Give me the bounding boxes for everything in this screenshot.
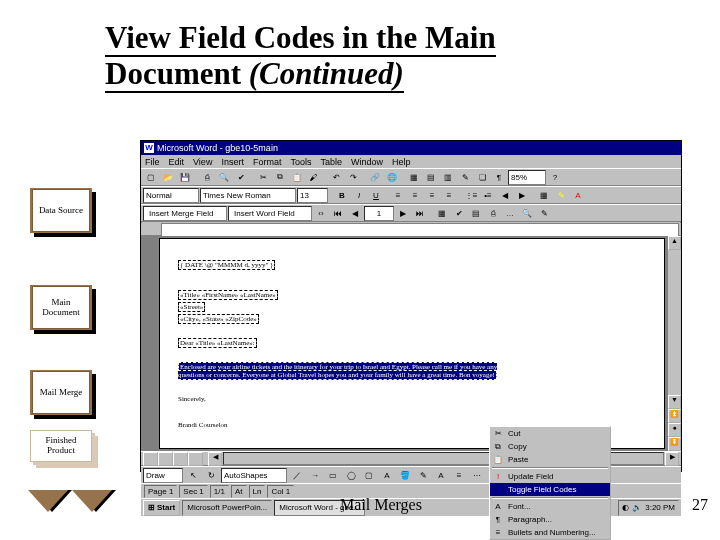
last-record-icon[interactable]: ⏭ [412,206,428,221]
rotate-icon[interactable]: ↻ [203,468,219,483]
draw-menu[interactable]: Draw [143,468,183,483]
context-toggle-field-codes[interactable]: Toggle Field Codes [490,483,610,496]
open-icon[interactable]: 📂 [160,170,176,185]
context-paragraph[interactable]: ¶Paragraph... [490,513,610,526]
nav-arrow-2[interactable] [72,490,112,512]
web-toolbar-icon[interactable]: 🌐 [384,170,400,185]
merge-print-icon[interactable]: ⎙ [485,206,501,221]
dash-style-icon[interactable]: ⋯ [469,468,485,483]
align-left-icon[interactable]: ≡ [390,188,406,203]
merge-new-doc-icon[interactable]: ▤ [468,206,484,221]
justify-icon[interactable]: ≡ [441,188,457,203]
numbering-icon[interactable]: ⋮≡ [463,188,479,203]
new-icon[interactable]: ▢ [143,170,159,185]
undo-icon[interactable]: ↶ [328,170,344,185]
outdent-icon[interactable]: ◀ [497,188,513,203]
docmap-icon[interactable]: ❏ [474,170,490,185]
menu-help[interactable]: Help [392,157,411,167]
merge-dialog-icon[interactable]: … [502,206,518,221]
prev-record-icon[interactable]: ◀ [347,206,363,221]
insert-word-field-button[interactable]: Insert Word Field [228,206,312,221]
align-right-icon[interactable]: ≡ [424,188,440,203]
browse-object-icon[interactable]: ● [668,423,681,437]
bold-icon[interactable]: B [334,188,350,203]
context-font[interactable]: AFont... [490,500,610,513]
line-style-icon[interactable]: ≡ [451,468,467,483]
menu-file[interactable]: File [145,157,160,167]
font-color-icon-2[interactable]: A [433,468,449,483]
bullets-icon[interactable]: •≡ [480,188,496,203]
fill-color-icon[interactable]: 🪣 [397,468,413,483]
tables-icon[interactable]: ▦ [406,170,422,185]
next-page-icon[interactable]: ⏬ [668,437,681,451]
textbox-icon[interactable]: ▢ [361,468,377,483]
taskbar-powerpoint[interactable]: Microsoft PowerPoin... [182,500,272,516]
copy-icon[interactable]: ⧉ [272,170,288,185]
scroll-down-icon[interactable]: ▼ [668,395,681,409]
borders-icon[interactable]: ▦ [536,188,552,203]
menu-insert[interactable]: Insert [221,157,244,167]
autoshapes-menu[interactable]: AutoShapes [221,468,287,483]
edit-datasource-icon[interactable]: ✎ [536,206,552,221]
oval-icon[interactable]: ◯ [343,468,359,483]
main-document-button[interactable]: Main Document [30,285,92,330]
menu-format[interactable]: Format [253,157,282,167]
normal-view-icon[interactable] [143,452,158,466]
help-icon[interactable]: ? [547,170,563,185]
save-icon[interactable]: 💾 [177,170,193,185]
wordart-icon[interactable]: A [379,468,395,483]
columns-icon[interactable]: ▥ [440,170,456,185]
tray-icon-2[interactable]: 🔊 [632,503,642,512]
context-copy[interactable]: ⧉Copy [490,440,610,453]
next-record-icon[interactable]: ▶ [395,206,411,221]
check-errors-icon[interactable]: ✔ [451,206,467,221]
nav-arrow-1[interactable] [28,490,68,512]
tray-icon-1[interactable]: ◐ [622,503,629,512]
font-combo[interactable]: Times New Roman [200,188,296,203]
prev-page-icon[interactable]: ⏫ [668,409,681,423]
context-cut[interactable]: ✂Cut [490,427,610,440]
first-record-icon[interactable]: ⏮ [330,206,346,221]
arrow-icon[interactable]: → [307,468,323,483]
context-paste[interactable]: 📋Paste [490,453,610,466]
cut-icon[interactable]: ✂ [255,170,271,185]
context-bullets[interactable]: ≡Bullets and Numbering... [490,526,610,539]
context-update-field[interactable]: !Update Field [490,470,610,483]
finished-product-button[interactable]: Finished Product [30,430,92,462]
menu-edit[interactable]: Edit [169,157,185,167]
scroll-up-icon[interactable]: ▲ [668,236,681,250]
menu-table[interactable]: Table [320,157,342,167]
online-view-icon[interactable] [158,452,173,466]
spell-icon[interactable]: ✔ [233,170,249,185]
excel-icon[interactable]: ▤ [423,170,439,185]
start-button[interactable]: ⊞Start [143,500,180,516]
paste-icon[interactable]: 📋 [289,170,305,185]
mail-merge-button[interactable]: Mail Merge [30,370,92,415]
menu-view[interactable]: View [193,157,212,167]
document-page[interactable]: { DATE \@ "MMMM d, yyyy" } «Title» «Firs… [159,238,665,449]
record-number[interactable]: 1 [364,206,394,221]
select-objects-icon[interactable]: ↖ [185,468,201,483]
page-view-icon[interactable] [173,452,188,466]
indent-icon[interactable]: ▶ [514,188,530,203]
outline-view-icon[interactable] [188,452,203,466]
scroll-left-icon[interactable]: ◀ [208,452,222,466]
preview-icon[interactable]: 🔍 [216,170,232,185]
underline-icon[interactable]: U [368,188,384,203]
italic-icon[interactable]: I [351,188,367,203]
size-combo[interactable]: 13 [297,188,328,203]
insert-merge-field-button[interactable]: Insert Merge Field [143,206,227,221]
format-painter-icon[interactable]: 🖌 [306,170,322,185]
highlight-icon[interactable]: ✎ [553,188,569,203]
print-icon[interactable]: ⎙ [199,170,215,185]
menu-window[interactable]: Window [351,157,383,167]
align-center-icon[interactable]: ≡ [407,188,423,203]
font-color-icon[interactable]: A [570,188,586,203]
data-source-button[interactable]: Data Source [30,188,92,233]
redo-icon[interactable]: ↷ [345,170,361,185]
menu-tools[interactable]: Tools [290,157,311,167]
view-merged-icon[interactable]: ‹› [313,206,329,221]
line-icon[interactable]: ／ [289,468,305,483]
mm-helper-icon[interactable]: ▦ [434,206,450,221]
drawing-icon[interactable]: ✎ [457,170,473,185]
